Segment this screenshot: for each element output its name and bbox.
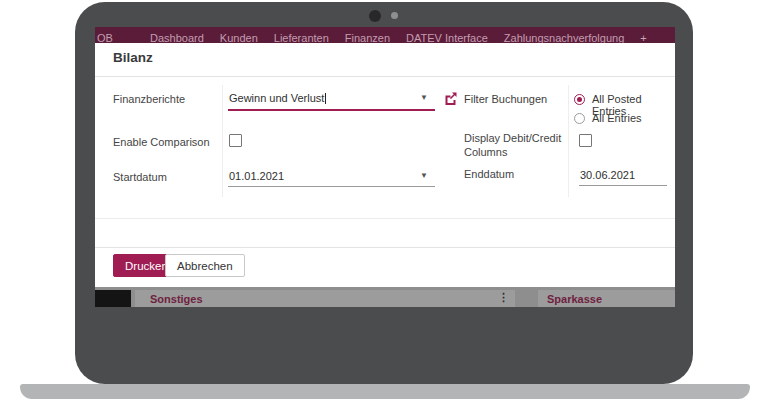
form-cell-border-left [222,85,223,197]
kanban-header-sonstiges[interactable]: Sonstiges [150,293,203,305]
finanzberichte-label: Finanzberichte [113,93,185,105]
nav-item-finanzen[interactable]: Finanzen [345,32,390,43]
startdatum-input[interactable]: 01.01.2021 [229,170,284,182]
screen: OB Dashboard Kunden Lieferanten Finanzen… [95,27,675,307]
footer-divider [95,247,675,248]
abbrechen-button[interactable]: Abbrechen [165,254,245,277]
form-bottom-divider [95,218,675,219]
navbar-menu: Dashboard Kunden Lieferanten Finanzen DA… [150,32,647,43]
laptop-base [20,384,750,399]
radio-all-entries-label[interactable]: All Entries [592,112,642,124]
kebab-menu-icon[interactable]: ⋮ [498,291,509,304]
nav-plus-icon[interactable]: + [640,32,646,43]
title-divider [95,76,675,77]
nav-item-dashboard[interactable]: Dashboard [150,32,204,43]
filter-buchungen-label: Filter Buchungen [464,93,547,105]
startdatum-label: Startdatum [113,171,167,183]
nav-item-lieferanten[interactable]: Lieferanten [274,32,329,43]
display-debit-credit-label: Display Debit/Credit Columns [464,131,566,159]
chevron-down-icon[interactable]: ▼ [420,93,428,102]
nav-item-zahlungsnachverfolgung[interactable]: Zahlungsnachverfolgung [504,32,624,43]
dimmed-background: Sonstiges ⋮ Sparkasse [95,287,675,307]
navbar-brand: OB [97,32,113,43]
camera-led-icon [391,12,398,19]
bilanz-dialog: Bilanz Finanzberichte Gewinn und Verlust… [95,43,675,287]
kanban-header-sparkasse[interactable]: Sparkasse [547,293,602,305]
finanzberichte-select[interactable]: Gewinn und Verlust [229,92,326,104]
kanban-column-sonstiges: Sonstiges ⋮ [135,290,515,307]
external-link-icon[interactable] [444,91,458,105]
chevron-down-icon[interactable]: ▼ [420,171,428,180]
dialog-title: Bilanz [113,50,153,65]
top-navbar: OB Dashboard Kunden Lieferanten Finanzen… [95,27,675,43]
dimmed-sidebar-block [95,290,131,307]
laptop-frame: OB Dashboard Kunden Lieferanten Finanzen… [75,2,693,384]
display-debit-credit-checkbox[interactable] [579,134,592,147]
text-cursor [325,93,326,104]
page: OB Dashboard Kunden Lieferanten Finanzen… [0,0,770,402]
kanban-column-sparkasse: Sparkasse [538,290,675,307]
nav-item-datev-interface[interactable]: DATEV Interface [406,32,488,43]
enable-comparison-label: Enable Comparison [113,136,210,148]
camera-dot-icon [369,10,381,22]
enable-comparison-checkbox[interactable] [229,134,242,147]
radio-all-entries[interactable] [574,113,585,124]
startdatum-underline [228,186,435,187]
enddatum-underline [579,185,667,186]
nav-item-kunden[interactable]: Kunden [220,32,258,43]
form-cell-border-right [568,85,569,197]
enddatum-label: Enddatum [464,168,514,180]
enddatum-input[interactable]: 30.06.2021 [580,169,635,181]
finanzberichte-underline [228,109,435,111]
radio-all-posted-entries[interactable] [574,94,585,105]
